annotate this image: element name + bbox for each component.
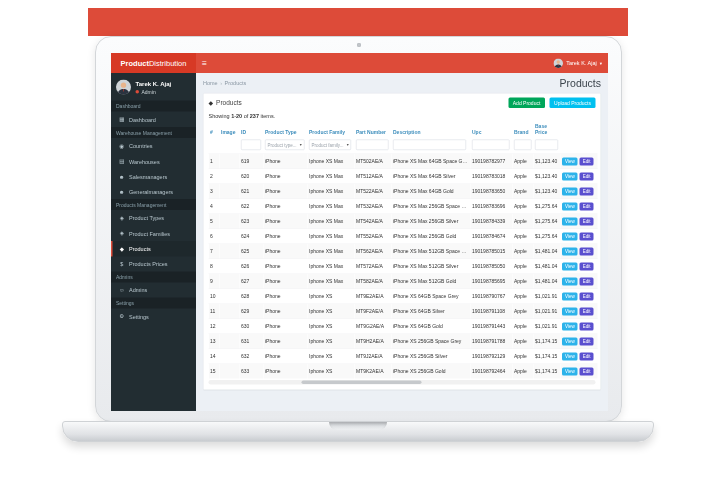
edit-button[interactable]: Edit [580,157,594,165]
app-logo[interactable]: ProductDistribution [111,53,196,73]
chevron-down-icon: ▾ [600,61,602,66]
edit-button[interactable]: Edit [580,337,594,345]
filter-input-upc[interactable] [472,140,509,151]
row-number: 10 [209,289,220,304]
view-button[interactable]: View [562,187,578,195]
view-button[interactable]: View [562,202,578,210]
cell-part-number: MT9J2AE/A [355,349,392,364]
cell-image [220,229,240,244]
panel-title: ◆ Products [209,99,242,107]
edit-button[interactable]: Edit [580,202,594,210]
sidebar-menu: Dashboard▦DashboardWarehouse Management◉… [111,101,196,325]
sidebar-item-products-prices[interactable]: $Products Prices [111,257,196,272]
sidebar-item-settings[interactable]: ⚙Settings [111,309,196,325]
filter-input-part-number[interactable] [356,140,389,151]
edit-button[interactable]: Edit [580,232,594,240]
cell-base-price: $1,021.91 [534,304,561,319]
column-header--[interactable]: # [209,121,220,138]
edit-button[interactable]: Edit [580,307,594,315]
filter-input-brand[interactable] [514,140,531,151]
column-header-image[interactable]: Image [220,121,240,138]
sidebar-item-generalmanagers[interactable]: ☻Generalmanagers [111,184,196,199]
horizontal-scrollbar[interactable] [209,380,596,385]
cell-product-family: Iphone XS [308,289,355,304]
view-button[interactable]: View [562,217,578,225]
upload-products-button[interactable]: Upload Products [550,98,596,109]
cell-upc: 190198785015 [471,244,513,259]
view-button[interactable]: View [562,277,578,285]
sidebar-item-countries[interactable]: ◉Countries [111,138,196,154]
filter-input-base-price[interactable] [535,140,558,151]
edit-button[interactable]: Edit [580,367,594,375]
products-panel: ◆ Products Add Product Upload Products S… [203,93,601,390]
sidebar-toggle-icon[interactable]: ≡ [202,59,207,68]
edit-button[interactable]: Edit [580,352,594,360]
view-button[interactable]: View [562,172,578,180]
edit-button[interactable]: Edit [580,292,594,300]
cell-brand: Apple [513,184,534,199]
table-row: 11629iPhoneIphone XSMT9F2AE/AiPhone XS 6… [209,304,598,319]
column-header-product-type[interactable]: Product Type [264,121,308,138]
edit-button[interactable]: Edit [580,172,594,180]
cell-description: iPhone XS 256GB Gold [392,364,471,379]
scrollbar-thumb[interactable] [301,381,421,385]
view-button[interactable]: View [562,367,578,375]
edit-button[interactable]: Edit [580,247,594,255]
cell-upc: 190198783018 [471,169,513,184]
sidebar-section-admins: Admins [111,272,196,283]
cell-upc: 190198784339 [471,214,513,229]
sidebar-item-product-families[interactable]: ◈Product Families [111,226,196,242]
table-row: 2620iPhoneIphone XS MaxMT512AE/AiPhone X… [209,169,598,184]
filter-cell-part-number [355,138,392,154]
column-header-upc[interactable]: Upc [471,121,513,138]
cell-image [220,259,240,274]
view-button[interactable]: View [562,247,578,255]
cell-actions: ViewEdit [561,244,598,259]
filter-select-product-type[interactable]: Product type...▾ [265,140,304,151]
navbar-user-menu[interactable]: Tarek K. Ajaj ▾ [554,58,602,68]
view-button[interactable]: View [562,157,578,165]
view-button[interactable]: View [562,262,578,270]
cell-brand: Apple [513,319,534,334]
add-product-button[interactable]: Add Product [508,98,545,109]
filter-input-description[interactable] [393,140,466,151]
view-button[interactable]: View [562,307,578,315]
cell-upc: 190198783650 [471,184,513,199]
sidebar-item-product-types[interactable]: ◈Product Types [111,210,196,226]
sidebar-item-dashboard[interactable]: ▦Dashboard [111,112,196,128]
filter-input-id[interactable] [241,140,261,151]
cell-base-price: $1,123.40 [534,154,561,169]
edit-button[interactable]: Edit [580,277,594,285]
row-number: 5 [209,214,220,229]
column-header-part-number[interactable]: Part Number [355,121,392,138]
column-header-base-price[interactable]: Base Price [534,121,561,138]
row-number: 3 [209,184,220,199]
cell-brand: Apple [513,154,534,169]
edit-button[interactable]: Edit [580,217,594,225]
view-button[interactable]: View [562,337,578,345]
sidebar-item-label: Product Families [129,230,170,236]
column-header-id[interactable]: ID [240,121,264,138]
sidebar-item-warehouses[interactable]: ▤Warehouses [111,154,196,170]
breadcrumb-products[interactable]: Products [225,80,247,86]
cell-part-number: MT502AE/A [355,154,392,169]
edit-button[interactable]: Edit [580,187,594,195]
edit-button[interactable]: Edit [580,322,594,330]
view-button[interactable]: View [562,232,578,240]
column-header-brand[interactable]: Brand [513,121,534,138]
cell-id: 631 [240,334,264,349]
view-button[interactable]: View [562,322,578,330]
breadcrumb-home[interactable]: Home [203,80,218,86]
view-button[interactable]: View [562,352,578,360]
results-summary: Showing 1-20 of 237 items. [209,113,596,119]
edit-button[interactable]: Edit [580,262,594,270]
sidebar-item-products[interactable]: ◆Products [111,241,196,257]
cell-id: 626 [240,259,264,274]
view-button[interactable]: View [562,292,578,300]
column-header-description[interactable]: Description [392,121,471,138]
cell-part-number: MT9F2AE/A [355,304,392,319]
sidebar-item-admins[interactable]: ☺Admins [111,283,196,298]
column-header-product-family[interactable]: Product Family [308,121,355,138]
sidebar-item-salesmanagers[interactable]: ☻Salesmanagers [111,169,196,184]
filter-select-product-family[interactable]: Product family...▾ [309,140,351,151]
